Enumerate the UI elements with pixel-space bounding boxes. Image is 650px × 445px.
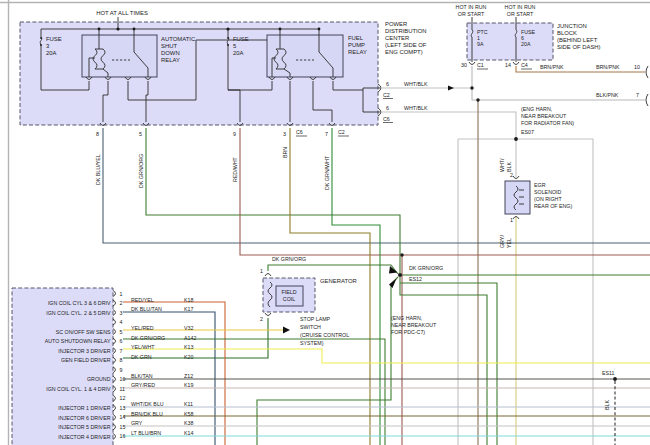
egr-wire-top-2: BLK <box>506 162 512 172</box>
pin-3: 3 <box>283 131 286 137</box>
es11-wire-label: BLK <box>604 400 610 410</box>
pcm-row-code: K11 <box>184 401 193 407</box>
pcm-row-wire: WHT/DK BLU <box>131 401 164 407</box>
egr-title-3: (ON RIGHT <box>534 196 562 202</box>
wire-dk-grn-org-pdc <box>146 128 400 273</box>
junction-es12 <box>398 273 402 277</box>
pcm-pin-number: 7 <box>120 348 123 354</box>
pcm-row-label: GROUND <box>87 376 111 382</box>
pdc-out1-pin: 6 <box>386 81 389 87</box>
hot-in-run-2b: OR START <box>507 11 534 17</box>
pdc-title-4: (LEFT SIDE OF <box>385 42 427 48</box>
pcm-row-wire: GRY/RED <box>131 382 155 388</box>
pcm-row-code: K13 <box>184 344 193 350</box>
es12-id: ES12 <box>409 276 422 282</box>
pdc-out2-wire: WHT/BLK <box>404 105 428 111</box>
jb-title-3: (BEHIND LEFT <box>557 37 598 43</box>
pcm-pin-number: 5 <box>120 329 123 335</box>
pdc-title-2: DISTRIBUTION <box>385 28 427 34</box>
generator-label: GENERATOR <box>320 278 357 284</box>
dk-grn-wht-label: DK GRN/WHT <box>324 155 330 190</box>
pcm-pin-number: 11 <box>120 386 126 392</box>
stop-lamp-label: STOP LAMP <box>300 316 331 322</box>
asd-relay-label-3: DOWN <box>161 50 180 56</box>
arrow-stop-lamp-icon <box>283 327 290 334</box>
pdc-out2-conn: C6 <box>383 116 390 122</box>
es07-note: (ENG HARN, <box>521 106 552 112</box>
stop-lamp-label-4: SYSTEM) <box>300 340 324 346</box>
pcm-row-code: K14 <box>184 430 193 436</box>
pin-7: 7 <box>325 131 328 137</box>
pdc-title-5: ENG COMPT) <box>385 49 423 55</box>
pcm-row-label: IGN COIL CYL 3 & 6 DRIV <box>48 300 111 306</box>
pdc-out1-wire: WHT/BLK <box>404 81 428 87</box>
pcm-pin-number: 13 <box>120 405 126 411</box>
pcm-pin-number: 16 <box>120 433 126 439</box>
fuse-6-amps: 20A <box>521 41 531 47</box>
es12-note-2: NEAR BREAKOUT <box>391 322 437 328</box>
pcm-row-code: K18 <box>184 297 193 303</box>
pcm-row-label: SC ON/OFF SW SENS <box>56 329 111 335</box>
pcm-row-code: K58 <box>184 411 193 417</box>
pcm-row-wire: LT BLU/BRN <box>131 430 161 436</box>
pdc-out1-conn: C2 <box>383 92 390 98</box>
pcm-pin-number: 6 <box>120 338 123 344</box>
pcm-row-label: INJECTOR 5 DRIVER <box>58 424 110 430</box>
pcm-row-code: A142 <box>184 335 196 341</box>
conn-c1: C1 <box>477 62 484 68</box>
pcm-row-wire: BLK/TAN <box>131 373 153 379</box>
pcm-row-wire: YEL/RED <box>131 325 154 331</box>
red-wht-label: RED/WHT <box>232 157 238 182</box>
egr-solenoid-box <box>505 181 530 214</box>
fuel-pump-relay-box <box>267 35 343 77</box>
pin-8: 8 <box>96 131 99 137</box>
pcm-row-label: AUTO SHUTDOWN RELAY <box>45 338 111 344</box>
ptc-amps: 9A <box>477 41 484 47</box>
wire-dk-grn-org-es12 <box>257 265 650 445</box>
conn-c2: C2 <box>338 129 345 135</box>
es12-wire-label: DK GRN/ORG <box>409 265 443 271</box>
fuse-3-label: FUSE <box>46 36 62 42</box>
es11-id: ES11 <box>602 370 615 376</box>
jb-title: JUNCTION <box>557 23 587 29</box>
es07-note-3: FOR RADIATOR FAN) <box>521 120 574 126</box>
pcm-row-code: K38 <box>184 420 193 426</box>
jb-title-2: BLOCK <box>557 30 577 36</box>
arrow-wht-blk-icon <box>448 86 454 91</box>
pcm-row-wire: RED/YEL <box>131 297 154 303</box>
egr-wire-top-1: WHT/ <box>499 158 505 172</box>
hot-in-run-1b: OR START <box>458 11 485 17</box>
pcm-row-wire: DK GRN/ORG <box>131 335 165 341</box>
pdc-out2-pin: 6 <box>386 105 389 111</box>
pcm-row-wire: YEL/WHT <box>131 344 155 350</box>
schematic-canvas: HOT AT ALL TIMES HOT IN RUN OR START HOT… <box>0 0 650 445</box>
pcm-row-label: IGN COIL CYL. 2 & 5 DRIV <box>46 310 111 316</box>
gen-pin-2: 2 <box>260 316 263 322</box>
pcm-pin-number: 1 <box>120 291 123 297</box>
conn-c4: C4 <box>521 62 528 68</box>
blk-pnk-label: BLK/PNK <box>596 92 619 98</box>
pcm-row-label: INJECTOR 6 DRIVER <box>58 415 110 421</box>
es07-id: ES07 <box>521 129 534 135</box>
pcm-pin-number: 10 <box>120 376 126 382</box>
pdc-title-3: CENTER <box>385 35 409 41</box>
egr-pin-2: 2 <box>510 172 513 178</box>
pcm-pin-number: 12 <box>120 395 126 401</box>
pcm-row-wire: DK GRN <box>131 354 152 360</box>
pcm-row-label: IGN COIL CYL. 1 & 4 DRIV <box>46 386 111 392</box>
gen-wire-label: DK GRN/ORG <box>272 256 306 262</box>
egr-title-4: REAR OF ENG) <box>534 203 572 209</box>
egr-title: EGR <box>534 182 546 188</box>
hot-in-run-2: HOT IN RUN <box>505 4 536 10</box>
pcm-row-code: Z12 <box>184 373 193 379</box>
fuse-5-amps: 20A <box>233 50 244 56</box>
wire-wht-blk-c6 <box>382 112 516 139</box>
asd-relay-box <box>82 35 157 77</box>
egr-wire-bot-1: GRY/ <box>499 235 505 248</box>
pcm-row-wire: GRY <box>131 420 143 426</box>
pcm-pin-number: 4 <box>120 319 123 325</box>
brn-label: BRN <box>282 147 288 158</box>
pcm-row-code: K17 <box>184 306 193 312</box>
es12-note: (ENG HARN, <box>391 315 422 321</box>
arrow-es12-label-icon <box>389 279 397 289</box>
